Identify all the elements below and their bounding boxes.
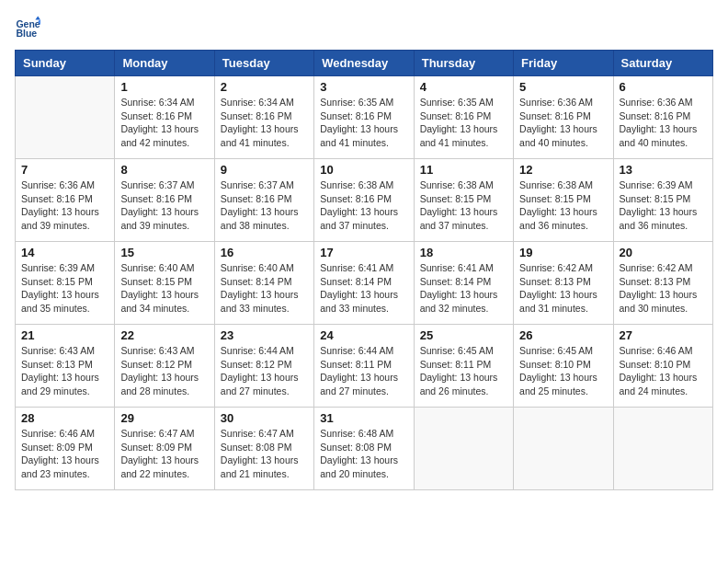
calendar-cell: 27Sunrise: 6:46 AM Sunset: 8:10 PM Dayli… [613, 325, 712, 408]
calendar-cell: 12Sunrise: 6:38 AM Sunset: 8:15 PM Dayli… [514, 159, 613, 242]
day-number: 25 [420, 328, 507, 342]
day-number: 1 [120, 80, 208, 94]
calendar-cell: 25Sunrise: 6:45 AM Sunset: 8:11 PM Dayli… [414, 325, 513, 408]
calendar-cell [414, 408, 513, 490]
calendar-week-1: 1Sunrise: 6:34 AM Sunset: 8:16 PM Daylig… [16, 76, 713, 159]
calendar-cell [16, 76, 115, 159]
calendar-cell: 14Sunrise: 6:39 AM Sunset: 8:15 PM Dayli… [16, 242, 115, 325]
day-info: Sunrise: 6:35 AM Sunset: 8:16 PM Dayligh… [320, 96, 407, 150]
calendar-cell: 5Sunrise: 6:36 AM Sunset: 8:16 PM Daylig… [514, 76, 613, 159]
day-number: 22 [120, 328, 208, 342]
day-info: Sunrise: 6:36 AM Sunset: 8:16 PM Dayligh… [21, 178, 108, 233]
calendar-week-5: 28Sunrise: 6:46 AM Sunset: 8:09 PM Dayli… [16, 408, 713, 490]
day-number: 30 [221, 411, 308, 425]
calendar-cell: 19Sunrise: 6:42 AM Sunset: 8:13 PM Dayli… [514, 242, 613, 325]
day-number: 2 [221, 80, 308, 94]
weekday-header-sunday: Sunday [16, 51, 115, 76]
day-info: Sunrise: 6:47 AM Sunset: 8:08 PM Dayligh… [221, 427, 308, 481]
day-info: Sunrise: 6:43 AM Sunset: 8:12 PM Dayligh… [120, 344, 208, 398]
day-info: Sunrise: 6:46 AM Sunset: 8:09 PM Dayligh… [21, 427, 108, 481]
day-info: Sunrise: 6:34 AM Sunset: 8:16 PM Dayligh… [120, 96, 208, 150]
calendar-cell: 31Sunrise: 6:48 AM Sunset: 8:08 PM Dayli… [314, 408, 414, 490]
day-number: 13 [620, 163, 707, 177]
day-info: Sunrise: 6:39 AM Sunset: 8:15 PM Dayligh… [21, 261, 108, 316]
day-info: Sunrise: 6:38 AM Sunset: 8:15 PM Dayligh… [519, 178, 607, 233]
day-number: 29 [120, 411, 208, 425]
day-number: 19 [519, 246, 607, 259]
calendar-cell: 26Sunrise: 6:45 AM Sunset: 8:10 PM Dayli… [514, 325, 613, 408]
day-number: 26 [519, 328, 607, 342]
day-number: 17 [320, 246, 407, 259]
calendar-cell: 22Sunrise: 6:43 AM Sunset: 8:12 PM Dayli… [115, 325, 214, 408]
calendar-cell: 30Sunrise: 6:47 AM Sunset: 8:08 PM Dayli… [214, 408, 313, 490]
day-info: Sunrise: 6:45 AM Sunset: 8:10 PM Dayligh… [519, 344, 607, 398]
day-info: Sunrise: 6:36 AM Sunset: 8:16 PM Dayligh… [519, 96, 607, 150]
calendar-cell: 28Sunrise: 6:46 AM Sunset: 8:09 PM Dayli… [16, 408, 115, 490]
day-number: 23 [221, 328, 308, 342]
calendar-cell: 3Sunrise: 6:35 AM Sunset: 8:16 PM Daylig… [314, 76, 414, 159]
day-number: 21 [21, 328, 108, 342]
day-number: 27 [620, 328, 707, 342]
calendar-cell [514, 408, 613, 490]
day-number: 4 [420, 80, 507, 94]
calendar-cell: 6Sunrise: 6:36 AM Sunset: 8:16 PM Daylig… [613, 76, 712, 159]
logo: General Blue [15, 15, 44, 40]
page-header: General Blue [15, 15, 713, 40]
day-info: Sunrise: 6:36 AM Sunset: 8:16 PM Dayligh… [620, 96, 707, 150]
day-info: Sunrise: 6:40 AM Sunset: 8:14 PM Dayligh… [221, 261, 308, 316]
day-number: 24 [320, 328, 407, 342]
svg-text:Blue: Blue [16, 28, 37, 39]
weekday-header-row: SundayMondayTuesdayWednesdayThursdayFrid… [16, 51, 713, 76]
day-number: 7 [21, 163, 108, 177]
day-info: Sunrise: 6:35 AM Sunset: 8:16 PM Dayligh… [420, 96, 507, 150]
day-number: 5 [519, 80, 607, 94]
calendar-week-2: 7Sunrise: 6:36 AM Sunset: 8:16 PM Daylig… [16, 159, 713, 242]
calendar-cell: 13Sunrise: 6:39 AM Sunset: 8:15 PM Dayli… [613, 159, 712, 242]
day-info: Sunrise: 6:46 AM Sunset: 8:10 PM Dayligh… [620, 344, 707, 398]
calendar-week-4: 21Sunrise: 6:43 AM Sunset: 8:13 PM Dayli… [16, 325, 713, 408]
day-number: 20 [620, 246, 707, 259]
calendar-cell: 16Sunrise: 6:40 AM Sunset: 8:14 PM Dayli… [214, 242, 313, 325]
day-info: Sunrise: 6:45 AM Sunset: 8:11 PM Dayligh… [420, 344, 507, 398]
calendar-cell: 15Sunrise: 6:40 AM Sunset: 8:15 PM Dayli… [115, 242, 214, 325]
calendar-cell: 9Sunrise: 6:37 AM Sunset: 8:16 PM Daylig… [214, 159, 313, 242]
day-info: Sunrise: 6:37 AM Sunset: 8:16 PM Dayligh… [221, 178, 308, 233]
day-info: Sunrise: 6:41 AM Sunset: 8:14 PM Dayligh… [420, 261, 507, 316]
day-info: Sunrise: 6:44 AM Sunset: 8:11 PM Dayligh… [320, 344, 407, 398]
calendar-cell: 2Sunrise: 6:34 AM Sunset: 8:16 PM Daylig… [214, 76, 313, 159]
calendar-cell: 8Sunrise: 6:37 AM Sunset: 8:16 PM Daylig… [115, 159, 214, 242]
calendar-cell: 11Sunrise: 6:38 AM Sunset: 8:15 PM Dayli… [414, 159, 513, 242]
day-number: 6 [620, 80, 707, 94]
day-info: Sunrise: 6:38 AM Sunset: 8:16 PM Dayligh… [320, 178, 407, 233]
weekday-header-friday: Friday [514, 51, 613, 76]
calendar-cell: 17Sunrise: 6:41 AM Sunset: 8:14 PM Dayli… [314, 242, 414, 325]
day-info: Sunrise: 6:44 AM Sunset: 8:12 PM Dayligh… [221, 344, 308, 398]
calendar-table: SundayMondayTuesdayWednesdayThursdayFrid… [15, 50, 713, 490]
calendar-cell: 24Sunrise: 6:44 AM Sunset: 8:11 PM Dayli… [314, 325, 414, 408]
day-info: Sunrise: 6:38 AM Sunset: 8:15 PM Dayligh… [420, 178, 507, 233]
calendar-cell: 29Sunrise: 6:47 AM Sunset: 8:09 PM Dayli… [115, 408, 214, 490]
day-number: 11 [420, 163, 507, 177]
day-info: Sunrise: 6:42 AM Sunset: 8:13 PM Dayligh… [620, 261, 707, 316]
day-info: Sunrise: 6:40 AM Sunset: 8:15 PM Dayligh… [120, 261, 208, 316]
day-number: 10 [320, 163, 407, 177]
day-number: 28 [21, 411, 108, 425]
day-info: Sunrise: 6:37 AM Sunset: 8:16 PM Dayligh… [120, 178, 208, 233]
day-number: 16 [221, 246, 308, 259]
day-number: 15 [120, 246, 208, 259]
calendar-cell: 20Sunrise: 6:42 AM Sunset: 8:13 PM Dayli… [613, 242, 712, 325]
day-info: Sunrise: 6:48 AM Sunset: 8:08 PM Dayligh… [320, 427, 407, 481]
weekday-header-monday: Monday [115, 51, 214, 76]
day-number: 3 [320, 80, 407, 94]
calendar-week-3: 14Sunrise: 6:39 AM Sunset: 8:15 PM Dayli… [16, 242, 713, 325]
calendar-cell: 18Sunrise: 6:41 AM Sunset: 8:14 PM Dayli… [414, 242, 513, 325]
weekday-header-thursday: Thursday [414, 51, 513, 76]
calendar-cell: 10Sunrise: 6:38 AM Sunset: 8:16 PM Dayli… [314, 159, 414, 242]
day-info: Sunrise: 6:42 AM Sunset: 8:13 PM Dayligh… [519, 261, 607, 316]
calendar-cell: 21Sunrise: 6:43 AM Sunset: 8:13 PM Dayli… [16, 325, 115, 408]
day-number: 9 [221, 163, 308, 177]
day-info: Sunrise: 6:47 AM Sunset: 8:09 PM Dayligh… [120, 427, 208, 481]
day-number: 14 [21, 246, 108, 259]
weekday-header-saturday: Saturday [613, 51, 712, 76]
calendar-cell: 7Sunrise: 6:36 AM Sunset: 8:16 PM Daylig… [16, 159, 115, 242]
